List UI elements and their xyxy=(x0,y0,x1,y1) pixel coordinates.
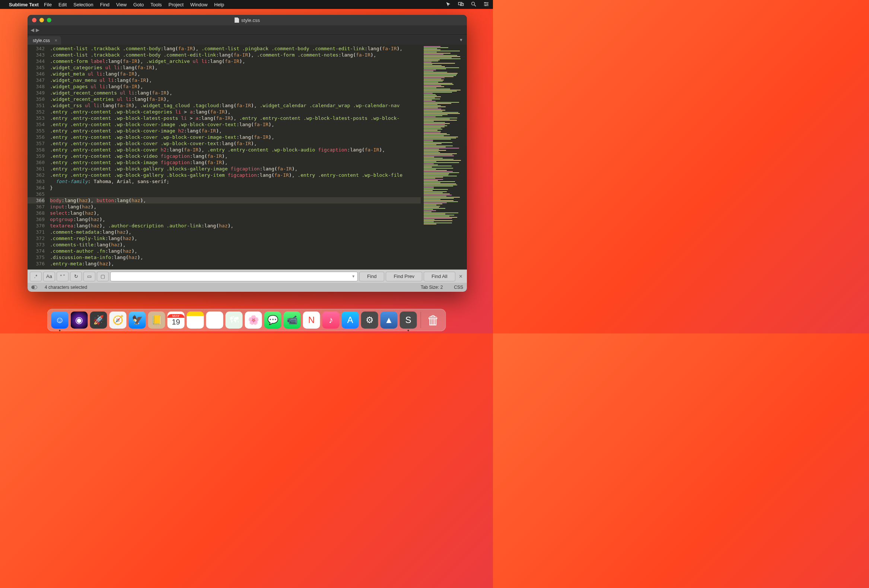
find-prev-button[interactable]: Find Prev xyxy=(386,272,422,281)
line-number[interactable]: 368 xyxy=(28,210,44,216)
find-all-button[interactable]: Find All xyxy=(424,272,455,281)
code-line[interactable]: .entry .entry-content .wp-block-cover h2… xyxy=(50,147,421,153)
find-input[interactable] xyxy=(113,274,351,279)
code-line[interactable]: .entry .entry-content .wp-block-cover-im… xyxy=(50,127,421,134)
line-number[interactable]: 375 xyxy=(28,254,44,261)
line-number[interactable]: 345 xyxy=(28,64,44,71)
line-number[interactable]: 360 xyxy=(28,159,44,166)
line-number[interactable]: 352 xyxy=(28,109,44,115)
line-number[interactable]: 362 xyxy=(28,172,44,178)
code-line[interactable]: .entry .entry-content .wp-block-cover .w… xyxy=(50,134,421,140)
code-editor[interactable]: 3423433443453463473483493503513523533543… xyxy=(28,44,467,270)
find-highlight-toggle[interactable]: ▢ xyxy=(97,272,109,281)
code-line[interactable]: .entry .entry-content .wp-block-latest-p… xyxy=(50,115,421,121)
line-number[interactable]: 369 xyxy=(28,216,44,222)
line-number[interactable]: 370 xyxy=(28,222,44,229)
find-whole-word-toggle[interactable]: “ ” xyxy=(56,272,68,281)
code-line[interactable]: .widget_pages ul li:lang(fa-IR), xyxy=(50,83,421,90)
line-number[interactable]: 347 xyxy=(28,77,44,83)
line-number[interactable]: 364 xyxy=(28,185,44,191)
code-line[interactable]: .entry .entry-content .wp-block-image fi… xyxy=(50,159,421,166)
dock-music-icon[interactable]: ♪ xyxy=(322,311,340,329)
line-number[interactable]: 348 xyxy=(28,83,44,90)
code-line[interactable]: font-family: Tahoma, Arial, sans-serif; xyxy=(50,178,421,185)
code-line[interactable]: .comment-list .trackback .comment-body .… xyxy=(50,52,421,58)
display-status-icon[interactable] xyxy=(458,1,464,8)
find-wrap-toggle[interactable]: ↻ xyxy=(70,272,82,281)
dock-preferences-icon[interactable]: ⚙ xyxy=(361,311,378,329)
menu-project[interactable]: Project xyxy=(169,2,184,7)
find-button[interactable]: Find xyxy=(359,272,384,281)
code-line[interactable]: textarea:lang(haz), .author-description … xyxy=(50,222,421,229)
line-number[interactable]: 376 xyxy=(28,261,44,267)
line-number[interactable]: 350 xyxy=(28,96,44,102)
line-number[interactable]: 349 xyxy=(28,90,44,96)
find-panel-close-icon[interactable]: × xyxy=(457,273,465,280)
dock-app-icon[interactable]: ▲ xyxy=(381,311,397,329)
status-toggle-icon[interactable] xyxy=(31,286,37,289)
dock-mail-icon[interactable]: 🦅 xyxy=(129,311,146,329)
status-syntax[interactable]: CSS xyxy=(454,285,463,290)
code-line[interactable]: .entry .entry-content .wp-block-video fi… xyxy=(50,153,421,159)
tab-close-icon[interactable]: × xyxy=(54,38,57,43)
line-number[interactable]: 374 xyxy=(28,248,44,254)
menu-view[interactable]: View xyxy=(116,2,127,7)
dock-reminders-icon[interactable]: ☰ xyxy=(206,311,223,329)
dock-facetime-icon[interactable]: 📹 xyxy=(284,311,301,329)
dock-appstore-icon[interactable]: A xyxy=(342,311,359,329)
code-line[interactable]: .entry .entry-content .wp-block-categori… xyxy=(50,109,421,115)
find-history-dropdown-icon[interactable]: ▼ xyxy=(351,274,355,278)
line-number[interactable]: 367 xyxy=(28,204,44,210)
line-number-gutter[interactable]: 3423433443453463473483493503513523533543… xyxy=(28,44,48,270)
nav-back-icon[interactable]: ◀ xyxy=(31,27,34,33)
code-line[interactable]: .comment-reply-link:lang(haz), xyxy=(50,235,421,241)
dock-maps-icon[interactable]: 🗺 xyxy=(225,311,243,329)
code-line[interactable]: .comments-title:lang(haz), xyxy=(50,241,421,248)
code-line[interactable]: .entry .entry-content .wp-block-cover .w… xyxy=(50,140,421,147)
app-menu[interactable]: Sublime Text xyxy=(9,2,39,7)
code-line[interactable]: .entry-meta:lang(haz), xyxy=(50,261,421,267)
line-number[interactable]: 359 xyxy=(28,153,44,159)
code-line[interactable]: .comment-author .fn:lang(haz), xyxy=(50,248,421,254)
line-number[interactable]: 356 xyxy=(28,134,44,140)
line-number[interactable]: 363 xyxy=(28,178,44,185)
code-line[interactable]: .comment-list .trackback .comment-body:l… xyxy=(50,45,421,52)
code-area[interactable]: .comment-list .trackback .comment-body:l… xyxy=(48,44,422,270)
line-number[interactable]: 373 xyxy=(28,241,44,248)
line-number[interactable]: 365 xyxy=(28,191,44,197)
find-in-selection-toggle[interactable]: ▭ xyxy=(83,272,95,281)
code-line[interactable]: select:lang(haz), xyxy=(50,210,421,216)
dock-launchpad-icon[interactable]: 🚀 xyxy=(90,311,107,329)
menu-tools[interactable]: Tools xyxy=(150,2,162,7)
spotlight-icon[interactable] xyxy=(471,1,477,8)
dock-contacts-icon[interactable]: 📒 xyxy=(148,311,165,329)
dock-photos-icon[interactable]: 🌸 xyxy=(245,311,262,329)
line-number[interactable]: 342 xyxy=(28,45,44,52)
code-line[interactable]: .entry .entry-content .wp-block-cover-im… xyxy=(50,121,421,127)
line-number[interactable]: 357 xyxy=(28,140,44,147)
dock-finder-icon[interactable]: ☺ xyxy=(51,311,68,329)
minimap[interactable] xyxy=(422,44,467,270)
code-line[interactable]: .comment-metadata:lang(haz), xyxy=(50,229,421,235)
dock-safari-icon[interactable]: 🧭 xyxy=(110,311,127,329)
line-number[interactable]: 346 xyxy=(28,71,44,77)
line-number[interactable]: 344 xyxy=(28,58,44,64)
line-number[interactable]: 371 xyxy=(28,229,44,235)
find-regex-toggle[interactable]: .* xyxy=(30,272,42,281)
code-line[interactable]: .widget_rss ul li:lang(fa-IR), .widget_t… xyxy=(50,102,421,109)
code-line[interactable]: input:lang(haz), xyxy=(50,204,421,210)
line-number[interactable]: 361 xyxy=(28,166,44,172)
code-line[interactable]: .widget_recent_comments ul li:lang(fa-IR… xyxy=(50,90,421,96)
line-number[interactable]: 355 xyxy=(28,127,44,134)
control-center-icon[interactable] xyxy=(483,1,489,8)
menu-file[interactable]: File xyxy=(44,2,52,7)
line-number[interactable]: 353 xyxy=(28,115,44,121)
line-number[interactable]: 372 xyxy=(28,235,44,241)
dock-trash-icon[interactable]: 🗑 xyxy=(425,311,442,329)
line-number[interactable]: 354 xyxy=(28,121,44,127)
menu-window[interactable]: Window xyxy=(190,2,208,7)
dock-news-icon[interactable]: N xyxy=(303,311,320,329)
code-line[interactable]: .widget_categories ul li:lang(fa-IR), xyxy=(50,64,421,71)
line-number[interactable]: 343 xyxy=(28,52,44,58)
code-line[interactable]: optgroup:lang(haz), xyxy=(50,216,421,222)
